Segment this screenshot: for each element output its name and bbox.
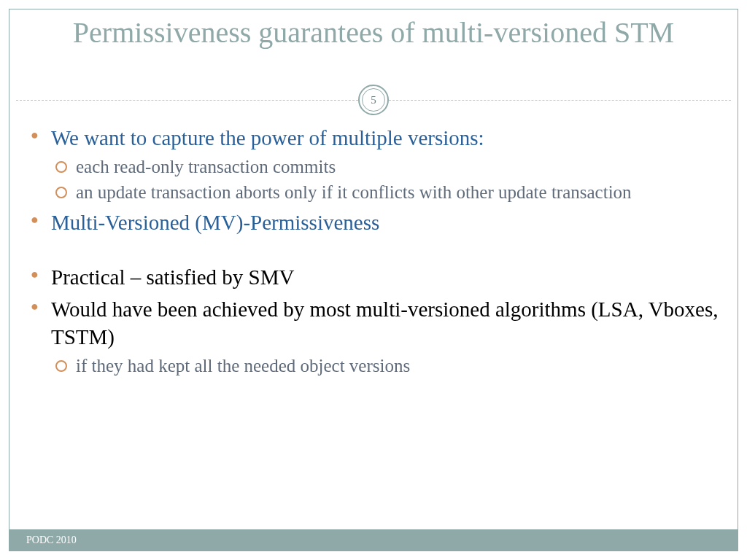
bullet-text: Would have been achieved by most multi-v… xyxy=(51,298,718,349)
sub-bullet-item: an update transaction aborts only if it … xyxy=(51,180,719,204)
sub-bullet-item: if they had kept all the needed object v… xyxy=(51,354,719,378)
footer-bar: PODC 2010 xyxy=(9,529,738,551)
sub-bullet-text: if they had kept all the needed object v… xyxy=(76,356,410,376)
sub-bullet-item: each read-only transaction commits xyxy=(51,155,719,179)
bullet-item: We want to capture the power of multiple… xyxy=(28,124,719,204)
slide: Permissiveness guarantees of multi-versi… xyxy=(0,0,747,560)
bullet-text: Practical – satisfied by SMV xyxy=(51,265,294,289)
page-number: 5 xyxy=(362,88,385,112)
bullet-item: Practical – satisfied by SMV xyxy=(28,263,719,291)
sub-bullet-text: each read-only transaction commits xyxy=(76,157,336,176)
slide-content: We want to capture the power of multiple… xyxy=(28,124,719,382)
bullet-text: We want to capture the power of multiple… xyxy=(51,126,484,149)
bullet-item: Would have been achieved by most multi-v… xyxy=(28,295,719,378)
slide-title: Permissiveness guarantees of multi-versi… xyxy=(29,16,718,50)
bullet-text: Multi-Versioned (MV)-Permissiveness xyxy=(51,211,379,234)
bullet-item: Multi-Versioned (MV)-Permissiveness xyxy=(28,209,719,236)
spacer xyxy=(28,241,719,263)
page-number-badge: 5 xyxy=(358,85,389,115)
sub-bullet-text: an update transaction aborts only if it … xyxy=(76,182,632,202)
footer-text: PODC 2010 xyxy=(26,534,77,546)
